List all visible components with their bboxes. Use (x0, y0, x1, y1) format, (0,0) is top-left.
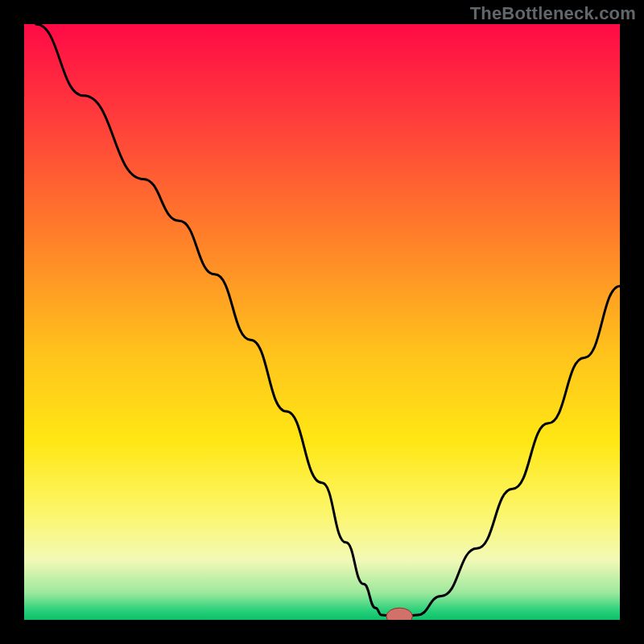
gradient-background (24, 24, 620, 620)
plot-area (24, 24, 620, 620)
bottleneck-chart (24, 24, 620, 620)
attribution-label: TheBottleneck.com (470, 3, 636, 24)
chart-frame: TheBottleneck.com (0, 0, 644, 644)
